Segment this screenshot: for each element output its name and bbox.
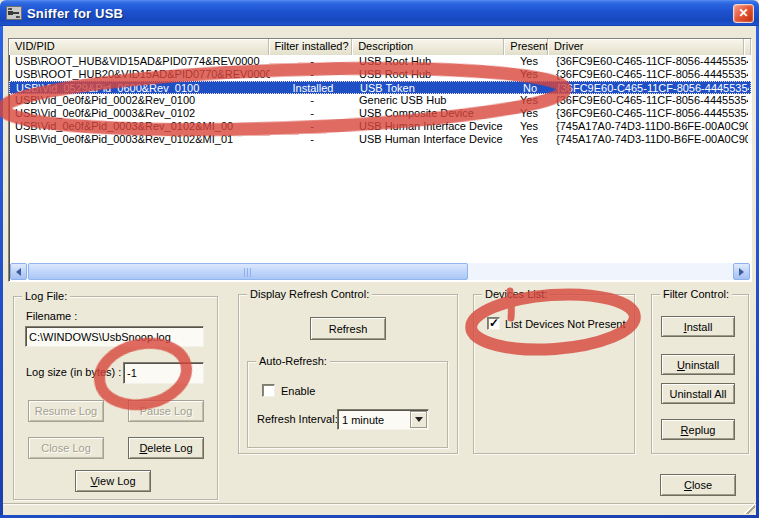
pause-log-button[interactable]: Pause Log bbox=[128, 400, 204, 422]
cell-filter: - bbox=[270, 55, 354, 68]
table-row[interactable]: USB\ROOT_HUB&VID15AD&PID0774&REV0000 - U… bbox=[9, 55, 751, 68]
cell-driver: {36FC9E60-C465-11CF-8056-44455354 bbox=[551, 55, 748, 68]
table-row[interactable]: USB\Vid_0e0f&Pid_0003&Rev_0102&MI_00 - U… bbox=[9, 120, 751, 133]
filename-label: Filename : bbox=[26, 310, 77, 322]
column-header-filler bbox=[744, 39, 751, 55]
cell-filter: - bbox=[270, 107, 354, 120]
column-header-description[interactable]: Description bbox=[352, 39, 504, 55]
cell-filter: - bbox=[270, 133, 354, 146]
scroll-right-button[interactable] bbox=[733, 263, 750, 280]
cell-vidpid: USB\ROOT_HUB&VID15AD&PID0774&REV0000 bbox=[9, 55, 270, 68]
install-button[interactable]: Install bbox=[661, 316, 735, 337]
cell-present: Yes bbox=[507, 94, 551, 107]
table-row[interactable]: USB\ROOT_HUB20&VID15AD&PID0770&REV0000 -… bbox=[9, 68, 751, 81]
cell-driver: {36FC9E60-C465-11CF-8056-44455354 bbox=[552, 82, 749, 93]
window-titlebar[interactable]: Sniffer for USB ✕ bbox=[0, 0, 759, 26]
cell-driver: {36FC9E60-C465-11CF-8056-44455354 bbox=[551, 107, 748, 120]
refresh-button[interactable]: Refresh bbox=[310, 317, 386, 340]
cell-vidpid: USB\Vid_0529&Pid_0600&Rev_0100 bbox=[10, 82, 271, 93]
cell-description: USB Composite Device bbox=[354, 107, 507, 120]
window-border-left bbox=[0, 26, 3, 518]
cell-description: Generic USB Hub bbox=[354, 94, 507, 107]
app-icon[interactable] bbox=[6, 5, 22, 21]
horizontal-scrollbar bbox=[10, 263, 750, 280]
auto-refresh-group: Auto-Refresh: bbox=[247, 361, 448, 448]
window-title: Sniffer for USB bbox=[27, 6, 123, 21]
cell-description: USB Token bbox=[355, 82, 508, 93]
cell-present: Yes bbox=[507, 68, 551, 81]
cell-filter: - bbox=[270, 120, 354, 133]
log-file-group-title: Log File: bbox=[22, 290, 70, 302]
column-header-driver[interactable]: Driver bbox=[548, 39, 744, 55]
devices-list-group-title: Devices List: bbox=[482, 288, 550, 300]
log-size-label: Log size (in bytes) : bbox=[26, 366, 121, 378]
column-header-filter-installed[interactable]: Filter installed? bbox=[269, 39, 353, 55]
replug-button[interactable]: Replug bbox=[661, 419, 735, 440]
cell-vidpid: USB\Vid_0e0f&Pid_0003&Rev_0102 bbox=[9, 107, 270, 120]
cell-present: Yes bbox=[507, 107, 551, 120]
cell-vidpid: USB\Vid_0e0f&Pid_0003&Rev_0102&MI_00 bbox=[9, 120, 270, 133]
combo-dropdown-button[interactable] bbox=[410, 411, 427, 428]
view-log-button[interactable]: View Log bbox=[75, 470, 151, 492]
arrow-left-icon bbox=[16, 268, 21, 276]
auto-refresh-group-title: Auto-Refresh: bbox=[256, 355, 330, 367]
column-header-present[interactable]: Present bbox=[504, 39, 548, 55]
arrow-right-icon bbox=[739, 268, 744, 276]
enable-label: Enable bbox=[281, 385, 315, 397]
cell-filter: Installed bbox=[271, 82, 355, 93]
cell-present: Yes bbox=[507, 133, 551, 146]
cell-filter: - bbox=[270, 68, 354, 81]
scrollbar-grip-icon bbox=[244, 268, 253, 277]
chevron-down-icon bbox=[415, 417, 423, 426]
cell-description: USB Root Hub bbox=[354, 68, 507, 81]
refresh-interval-label: Refresh Interval: bbox=[257, 413, 338, 425]
list-devices-not-present-checkbox[interactable] bbox=[487, 317, 500, 330]
table-row[interactable]: USB\Vid_0e0f&Pid_0003&Rev_0102&MI_01 - U… bbox=[9, 133, 751, 146]
column-header-vidpid[interactable]: VID/PID bbox=[9, 39, 269, 55]
cell-description: USB Root Hub bbox=[354, 55, 507, 68]
device-list-header: VID/PID Filter installed? Description Pr… bbox=[9, 39, 751, 55]
resume-log-button[interactable]: Resume Log bbox=[28, 400, 104, 422]
filter-control-group-title: Filter Control: bbox=[660, 288, 732, 300]
cell-description: USB Human Interface Device bbox=[354, 133, 507, 146]
cell-driver: {745A17A0-74D3-11D0-B6FE-00A0C90 bbox=[551, 120, 748, 133]
cell-driver: {36FC9E60-C465-11CF-8056-44455354 bbox=[551, 68, 748, 81]
cell-vidpid: USB\ROOT_HUB20&VID15AD&PID0770&REV0000 bbox=[9, 68, 270, 81]
table-row[interactable]: USB\Vid_0e0f&Pid_0002&Rev_0100 - Generic… bbox=[9, 94, 751, 107]
log-size-field[interactable] bbox=[123, 362, 204, 384]
refresh-interval-value: 1 minute bbox=[338, 414, 409, 426]
cell-vidpid: USB\Vid_0e0f&Pid_0002&Rev_0100 bbox=[9, 94, 270, 107]
cell-driver: {36FC9E60-C465-11CF-8056-44455354 bbox=[551, 94, 748, 107]
cell-present: No bbox=[508, 82, 552, 93]
table-row[interactable]: USB\Vid_0e0f&Pid_0003&Rev_0102 - USB Com… bbox=[9, 107, 751, 120]
bottom-divider bbox=[3, 503, 756, 505]
uninstall-button[interactable]: Uninstall bbox=[661, 354, 735, 375]
delete-log-button[interactable]: Delete Log bbox=[128, 437, 204, 459]
cell-driver: {745A17A0-74D3-11D0-B6FE-00A0C90 bbox=[551, 133, 748, 146]
cell-filter: - bbox=[270, 94, 354, 107]
cell-description: USB Human Interface Device bbox=[354, 120, 507, 133]
enable-auto-refresh-checkbox[interactable] bbox=[262, 384, 275, 397]
filename-field[interactable] bbox=[25, 326, 204, 347]
uninstall-all-button[interactable]: Uninstall All bbox=[661, 383, 735, 404]
close-icon: ✕ bbox=[738, 6, 748, 20]
cell-present: Yes bbox=[507, 120, 551, 133]
close-log-button[interactable]: Close Log bbox=[28, 437, 104, 459]
list-devices-not-present-label: List Devices Not Present bbox=[505, 318, 625, 330]
table-row-selected[interactable]: USB\Vid_0529&Pid_0600&Rev_0100 Installed… bbox=[9, 81, 751, 94]
display-refresh-group-title: Display Refresh Control: bbox=[247, 288, 372, 300]
scrollbar-thumb[interactable] bbox=[28, 263, 468, 280]
scroll-left-button[interactable] bbox=[10, 263, 27, 280]
cell-vidpid: USB\Vid_0e0f&Pid_0003&Rev_0102&MI_01 bbox=[9, 133, 270, 146]
sniffer-for-usb-window: { "window": { "title": "Sniffer for USB"… bbox=[0, 0, 759, 518]
refresh-interval-select[interactable]: 1 minute bbox=[337, 409, 429, 430]
close-window-button[interactable]: ✕ bbox=[733, 4, 754, 23]
scrollbar-track[interactable] bbox=[27, 263, 733, 280]
cell-present: Yes bbox=[507, 55, 551, 68]
close-button[interactable]: Close bbox=[660, 474, 736, 496]
device-list: VID/PID Filter installed? Description Pr… bbox=[8, 38, 752, 282]
